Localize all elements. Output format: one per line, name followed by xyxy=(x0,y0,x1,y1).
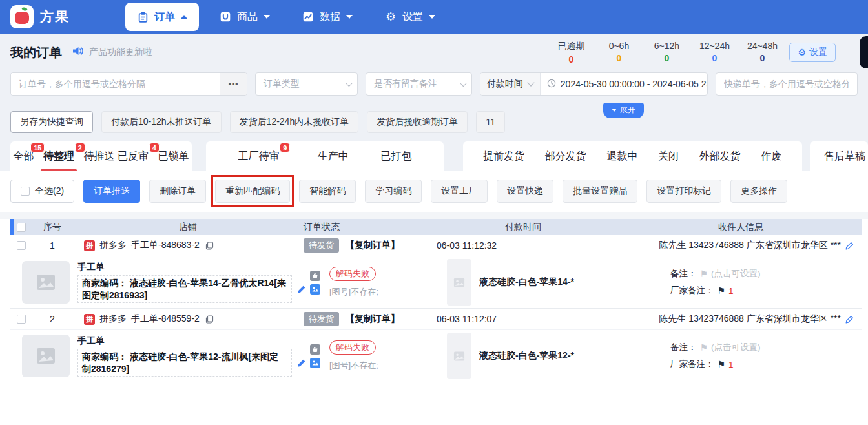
floating-widget[interactable] xyxy=(860,36,868,68)
row-index: 2 xyxy=(32,314,72,324)
caret-down-icon xyxy=(612,109,617,112)
more-actions-button[interactable]: 更多操作 xyxy=(730,180,787,203)
quick-filter-11[interactable]: 11 xyxy=(476,111,505,133)
sku-code-box[interactable]: 商家编码： 液态硅胶-白色-苹果14-乙骨优太R14[来图定制2816933] xyxy=(78,275,292,304)
nav-item-products[interactable]: 商品 xyxy=(208,0,282,34)
flag-icon[interactable]: ⚑ xyxy=(718,360,726,369)
tab-packed[interactable]: 已打包 xyxy=(380,141,411,171)
quick-filter-unpicked[interactable]: 发货后12-24h内未揽收订单 xyxy=(230,111,359,133)
edit-recipient-icon[interactable] xyxy=(845,242,854,250)
edit-sku-icon[interactable] xyxy=(297,285,306,294)
product-bag-icon[interactable] xyxy=(310,344,320,355)
tab-in-production[interactable]: 生产中 xyxy=(318,141,349,171)
col-pay-time: 付款时间 xyxy=(426,222,620,233)
pay-time-filter: 付款时间 2024-05-30 00:00:00 - 2024-06-05 23… xyxy=(480,72,708,96)
decode-error-text: [图号]不存在; xyxy=(329,360,447,371)
select-all-button[interactable]: 全选(2) xyxy=(10,180,74,203)
decode-error-text: [图号]不存在; xyxy=(329,286,447,298)
tab-group-sorting: 全部 15 待整理 2 待推送 已反审 4 已锁单 xyxy=(10,141,192,171)
push-order-button[interactable]: 订单推送 xyxy=(83,180,140,203)
remark-hint[interactable]: (点击可设置) xyxy=(711,268,761,280)
set-factory-button[interactable]: 设置工厂 xyxy=(431,180,488,203)
tab-all[interactable]: 全部 15 xyxy=(13,141,34,171)
sku-code-box[interactable]: 商家编码： 液态硅胶-白色-苹果12-流川枫[来图定制2816279] xyxy=(78,349,292,377)
view-image-icon[interactable] xyxy=(310,284,320,295)
copy-order-tag: 【复制订单】 xyxy=(346,313,400,325)
tab-group-production: 工厂待审 9 生产中 已打包 xyxy=(206,141,444,171)
stat-overdue[interactable]: 已逾期 0 xyxy=(555,41,586,65)
flag-icon[interactable]: ⚑ xyxy=(718,286,726,295)
bag-icon xyxy=(220,11,231,23)
tab-external-ship[interactable]: 外部发货 xyxy=(699,141,741,171)
nav-item-orders[interactable]: 订单 xyxy=(125,3,199,31)
select-all-checkbox[interactable] xyxy=(21,187,30,196)
date-range-picker[interactable]: 2024-05-30 00:00:00 - 2024-06-05 23:59:5… xyxy=(541,79,708,90)
product-image-placeholder[interactable] xyxy=(22,261,70,304)
order-no-input[interactable] xyxy=(11,73,220,95)
caret-down-icon xyxy=(346,15,353,19)
factory-remark-count: 1 xyxy=(728,360,734,369)
header-accent-bar xyxy=(10,219,14,235)
tab-voided[interactable]: 作废 xyxy=(761,141,781,171)
order-no: 手工单-848559-2 xyxy=(131,313,200,325)
decode-status-badge: 解码失败 xyxy=(329,267,376,281)
save-quick-query-button[interactable]: 另存为快捷查询 xyxy=(10,111,93,133)
remark-hint[interactable]: (点击可设置) xyxy=(711,342,761,353)
tab-closed[interactable]: 关闭 xyxy=(658,141,679,171)
tab-pending-push[interactable]: 待推送 xyxy=(83,141,114,171)
flag-icon[interactable]: ⚑ xyxy=(700,343,708,352)
print-mark-button[interactable]: 设置打印标记 xyxy=(646,180,721,203)
tab-factory-review[interactable]: 工厂待审 9 xyxy=(238,141,279,171)
batch-actions: 全选(2) 订单推送 删除订单 重新匹配编码 智能解码 学习编码 设置工厂 设置… xyxy=(0,171,868,212)
row-checkbox[interactable] xyxy=(17,315,26,324)
edit-sku-icon[interactable] xyxy=(297,358,306,368)
quick-filter-pickup-overdue[interactable]: 发货后揽收逾期订单 xyxy=(367,111,468,133)
tab-early-ship[interactable]: 提前发货 xyxy=(483,141,524,171)
expand-button[interactable]: 展开 xyxy=(603,103,644,118)
tab-group-shipping: 提前发货 部分发货 退款中 关闭 外部发货 作废 xyxy=(463,141,802,171)
decoded-product-name: 液态硅胶-白色-苹果12-* xyxy=(479,350,574,362)
tab-pending-sort[interactable]: 待整理 2 xyxy=(43,141,74,171)
copy-icon[interactable] xyxy=(205,242,214,250)
flag-icon[interactable]: ⚑ xyxy=(700,269,708,278)
product-bag-icon[interactable] xyxy=(310,271,320,281)
nav-item-data[interactable]: 数据 xyxy=(291,0,364,34)
quick-filter-unpushed[interactable]: 付款后10-12h未推送订单 xyxy=(101,111,222,133)
batch-gift-button[interactable]: 批量设置赠品 xyxy=(563,180,637,203)
delete-order-button[interactable]: 删除订单 xyxy=(149,180,206,203)
product-image-placeholder[interactable] xyxy=(22,335,70,377)
product-type: 手工单 xyxy=(78,335,292,347)
header-checkbox[interactable] xyxy=(17,223,26,232)
nav-item-label: 设置 xyxy=(402,10,423,24)
date-range-value: 2024-05-30 00:00:00 - 2024-06-05 23:59:5… xyxy=(561,79,708,89)
order-type-select[interactable]: 订单类型 xyxy=(255,72,358,96)
copy-icon[interactable] xyxy=(205,315,214,324)
tab-refunding[interactable]: 退款中 xyxy=(606,141,637,171)
tab-locked[interactable]: 已锁单 xyxy=(158,141,189,171)
stat-12-24h[interactable]: 12~24h 0 xyxy=(699,41,730,63)
announcement[interactable]: 产品功能更新啦 xyxy=(72,46,152,59)
stats-settings-button[interactable]: ⚙ 设置 xyxy=(789,43,836,62)
pay-time-type-select[interactable]: 付款时间 xyxy=(480,73,541,95)
tab-aftersale-draft[interactable]: 售后草稿 xyxy=(824,141,865,171)
stat-24-48h[interactable]: 24~48h 0 xyxy=(747,41,778,63)
message-remark-select[interactable]: 是否有留言备注 xyxy=(366,72,472,96)
smart-decode-button[interactable]: 智能解码 xyxy=(299,180,356,203)
learn-code-button[interactable]: 学习编码 xyxy=(365,180,422,203)
edit-recipient-icon[interactable] xyxy=(845,315,854,324)
brand[interactable]: 方果 xyxy=(10,5,70,28)
table-row: 1 拼 拼多多 手工单-848683-2 待发货 【复制订单】 06-03 11… xyxy=(10,235,862,256)
decoded-image-placeholder[interactable] xyxy=(447,333,471,379)
tracking-no-input[interactable] xyxy=(716,72,858,96)
view-image-icon[interactable] xyxy=(310,358,320,368)
set-express-button[interactable]: 设置快递 xyxy=(497,180,553,203)
more-options-icon[interactable] xyxy=(220,73,247,95)
tab-rejected[interactable]: 已反审 4 xyxy=(118,141,149,171)
decoded-image-placeholder[interactable] xyxy=(447,259,471,306)
tab-partial-ship[interactable]: 部分发货 xyxy=(545,141,586,171)
nav-item-settings[interactable]: ⚙ 设置 xyxy=(373,0,447,34)
row-checkbox[interactable] xyxy=(17,241,26,250)
stat-6-12h[interactable]: 6~12h 0 xyxy=(651,41,682,63)
rematch-code-button[interactable]: 重新匹配编码 xyxy=(215,180,290,203)
stat-0-6h[interactable]: 0~6h 0 xyxy=(603,41,634,63)
